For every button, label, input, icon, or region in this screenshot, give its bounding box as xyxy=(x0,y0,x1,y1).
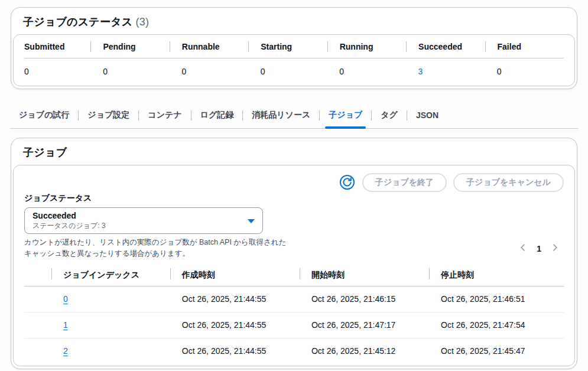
filter-bottom-row: カウントが遅れたり、リスト内の実際のジョブ数が Batch API から取得され… xyxy=(24,237,564,259)
chevron-left-icon xyxy=(518,243,528,254)
column-header-created-at[interactable]: 作成時刻 xyxy=(170,266,300,287)
status-value-starting: 0 xyxy=(249,66,327,77)
refresh-button[interactable] xyxy=(339,174,356,191)
column-header-job-index[interactable]: ジョブインデックス xyxy=(51,266,170,287)
child-jobs-card: 子ジョブ 子ジョブを終了 子ジョブをキャンセル ジョブステータス Succeed… xyxy=(11,138,577,369)
cancel-child-jobs-button[interactable]: 子ジョブをキャンセル xyxy=(453,173,564,192)
tab-tags[interactable]: タグ xyxy=(372,105,407,128)
status-value-submitted: 0 xyxy=(24,66,91,77)
next-page-button[interactable] xyxy=(549,242,561,255)
tab-job-attempts[interactable]: ジョブの試行 xyxy=(10,105,78,128)
terminate-child-jobs-button[interactable]: 子ジョブを終了 xyxy=(362,173,447,192)
status-card-count: (3) xyxy=(136,16,150,28)
started-at-cell: Oct 26, 2025, 21:47:17 xyxy=(300,312,429,338)
job-index-link[interactable]: 2 xyxy=(63,346,68,356)
job-index-link[interactable]: 1 xyxy=(63,320,68,330)
job-index-link[interactable]: 0 xyxy=(63,294,68,304)
stopped-at-cell: Oct 26, 2025, 21:47:54 xyxy=(429,312,564,338)
chevron-down-icon xyxy=(248,219,255,223)
status-header-succeeded: Succeeded xyxy=(406,41,485,52)
status-card-title-text: 子ジョブのステータス xyxy=(23,16,132,28)
status-value-running: 0 xyxy=(327,66,406,77)
started-at-cell: Oct 26, 2025, 21:46:15 xyxy=(300,286,429,312)
pagination: 1 xyxy=(517,242,564,255)
status-value-failed: 0 xyxy=(485,66,564,77)
stopped-at-cell: Oct 26, 2025, 21:46:51 xyxy=(429,286,564,312)
table-row: 2 Oct 26, 2025, 21:44:55 Oct 26, 2025, 2… xyxy=(24,338,564,364)
status-value-pending: 0 xyxy=(91,66,170,77)
child-jobs-card-title: 子ジョブ xyxy=(13,145,575,160)
status-board-value-row: 0 0 0 0 0 3 0 xyxy=(24,58,564,86)
tab-child-jobs[interactable]: 子ジョブ xyxy=(320,105,371,128)
created-at-cell: Oct 26, 2025, 21:44:55 xyxy=(170,286,300,312)
job-status-selected-sub: ステータスのジョブ: 3 xyxy=(33,222,241,230)
selection-column-header xyxy=(24,266,51,287)
tab-logging[interactable]: ログ記録 xyxy=(191,105,243,128)
tab-job-configuration[interactable]: ジョブ設定 xyxy=(79,105,138,128)
child-jobs-panel: 子ジョブを終了 子ジョブをキャンセル ジョブステータス Succeeded ステ… xyxy=(13,165,575,366)
tab-json[interactable]: JSON xyxy=(407,105,447,128)
tab-container[interactable]: コンテナ xyxy=(139,105,190,128)
tab-consumable-resources[interactable]: 消耗品リソース xyxy=(243,105,319,128)
stopped-at-cell: Oct 26, 2025, 21:45:47 xyxy=(429,338,564,364)
status-card-title: 子ジョブのステータス (3) xyxy=(13,15,575,29)
child-job-status-card: 子ジョブのステータス (3) Submitted Pending Runnabl… xyxy=(11,7,577,89)
status-header-pending: Pending xyxy=(90,41,169,52)
current-page-number[interactable]: 1 xyxy=(537,244,541,253)
table-header-row: ジョブインデックス 作成時刻 開始時刻 停止時刻 xyxy=(24,266,564,287)
status-value-succeeded-link[interactable]: 3 xyxy=(406,66,485,77)
job-status-filter-label: ジョブステータス xyxy=(24,193,564,204)
count-helper-text: カウントが遅れたり、リスト内の実際のジョブ数が Batch API から取得され… xyxy=(24,237,291,259)
status-header-failed: Failed xyxy=(485,41,564,52)
table-row: 1 Oct 26, 2025, 21:44:55 Oct 26, 2025, 2… xyxy=(24,312,564,338)
detail-tabs: ジョブの試行 ジョブ設定 コンテナ ログ記録 消耗品リソース 子ジョブ タグ J… xyxy=(10,105,578,129)
status-board-header-row: Submitted Pending Runnable Starting Runn… xyxy=(24,35,564,58)
status-header-starting: Starting xyxy=(248,41,327,52)
job-status-select[interactable]: Succeeded ステータスのジョブ: 3 xyxy=(24,207,263,234)
created-at-cell: Oct 26, 2025, 21:44:55 xyxy=(170,312,300,338)
refresh-icon xyxy=(339,174,355,191)
status-header-running: Running xyxy=(327,41,406,52)
column-header-stopped-at[interactable]: 停止時刻 xyxy=(429,266,564,287)
status-value-runnable: 0 xyxy=(170,66,249,77)
status-header-runnable: Runnable xyxy=(170,41,248,52)
column-header-started-at[interactable]: 開始時刻 xyxy=(300,266,429,287)
child-jobs-toolbar: 子ジョブを終了 子ジョブをキャンセル xyxy=(24,173,564,192)
table-row: 0 Oct 26, 2025, 21:44:55 Oct 26, 2025, 2… xyxy=(24,286,564,312)
started-at-cell: Oct 26, 2025, 21:45:12 xyxy=(300,338,429,364)
status-header-submitted: Submitted xyxy=(24,41,90,52)
chevron-right-icon xyxy=(550,243,560,254)
previous-page-button[interactable] xyxy=(517,242,529,255)
created-at-cell: Oct 26, 2025, 21:44:55 xyxy=(170,338,300,364)
status-board: Submitted Pending Runnable Starting Runn… xyxy=(13,34,575,86)
child-jobs-table: ジョブインデックス 作成時刻 開始時刻 停止時刻 0 Oct 26, 2025,… xyxy=(24,266,564,364)
job-status-selected-value: Succeeded xyxy=(33,210,241,221)
